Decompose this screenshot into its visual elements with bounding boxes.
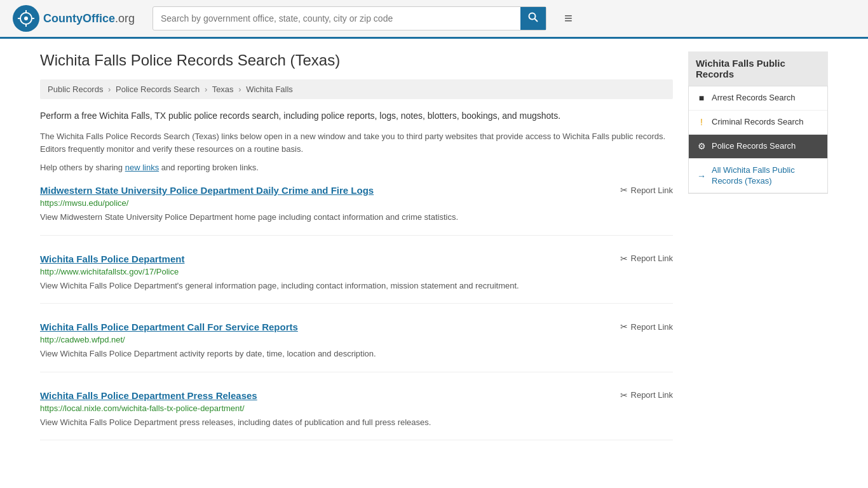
logo-name: CountyOffice [43, 12, 115, 25]
arrow-icon: → [696, 171, 707, 181]
report-icon: ✂ [620, 254, 628, 264]
result-desc: View Wichita Falls Police Department act… [40, 348, 673, 360]
sidebar-nav: ■ Arrest Records Search ! Criminal Recor… [688, 86, 828, 194]
breadcrumb-wichita-falls[interactable]: Wichita Falls [246, 85, 293, 94]
result-url: https://local.nixle.com/wichita-falls-tx… [40, 403, 673, 413]
result-header: Wichita Falls Police Department Call For… [40, 322, 673, 332]
content-area: Wichita Falls Police Records Search (Tex… [40, 51, 673, 458]
search-button[interactable] [520, 7, 546, 30]
sidebar: Wichita Falls Public Records ■ Arrest Re… [688, 51, 828, 458]
exclamation-icon: ! [696, 117, 707, 127]
report-link-button[interactable]: ✂ Report Link [620, 254, 673, 264]
result-header: Midwestern State University Police Depar… [40, 185, 673, 196]
svg-point-2 [24, 17, 28, 20]
new-links[interactable]: new links [125, 163, 159, 172]
result-header: Wichita Falls Police Department Press Re… [40, 390, 673, 401]
logo-icon [13, 5, 39, 32]
svg-point-7 [529, 13, 536, 20]
result-desc: View Midwestern State University Police … [40, 211, 673, 224]
search-icon [528, 12, 538, 22]
sidebar-item-police-records[interactable]: ⚙ Police Records Search [689, 135, 827, 159]
result-header: Wichita Falls Police Department ✂ Report… [40, 254, 673, 264]
result-title[interactable]: Wichita Falls Police Department Call For… [40, 322, 298, 332]
breadcrumb-public-records[interactable]: Public Records [48, 85, 103, 94]
sidebar-item-label: Police Records Search [712, 141, 820, 152]
report-label: Report Link [631, 390, 673, 400]
help-text: Help others by sharing new links and rep… [40, 163, 673, 172]
report-label: Report Link [631, 186, 673, 195]
result-url: http://www.wichitafallstx.gov/17/Police [40, 267, 673, 276]
sidebar-title: Wichita Falls Public Records [688, 51, 828, 86]
result-item: Midwestern State University Police Depar… [40, 185, 673, 236]
breadcrumb-texas[interactable]: Texas [212, 85, 234, 94]
logo-area[interactable]: CountyOffice.org [13, 5, 140, 32]
sidebar-item-all-records[interactable]: → All Wichita Falls Public Records (Texa… [689, 159, 827, 194]
description-2: The Wichita Falls Police Records Search … [40, 130, 673, 155]
breadcrumb: Public Records › Police Records Search ›… [40, 79, 673, 99]
result-title[interactable]: Wichita Falls Police Department [40, 254, 184, 264]
result-desc: View Wichita Falls Police Department pre… [40, 416, 673, 429]
report-link-button[interactable]: ✂ Report Link [620, 185, 673, 195]
square-icon: ■ [696, 93, 707, 103]
search-input[interactable] [153, 8, 520, 29]
report-icon: ✂ [620, 185, 628, 195]
result-item: Wichita Falls Police Department ✂ Report… [40, 254, 673, 304]
gear-icon: ⚙ [696, 141, 707, 151]
sidebar-item-criminal-records[interactable]: ! Criminal Records Search [689, 111, 827, 135]
sidebar-item-arrest-records[interactable]: ■ Arrest Records Search [689, 86, 827, 111]
result-item: Wichita Falls Police Department Press Re… [40, 390, 673, 441]
result-item: Wichita Falls Police Department Call For… [40, 322, 673, 372]
report-icon: ✂ [620, 390, 628, 400]
sidebar-item-label: All Wichita Falls Public Records (Texas) [712, 165, 820, 187]
report-link-button[interactable]: ✂ Report Link [620, 390, 673, 400]
logo-text: CountyOffice.org [43, 12, 135, 25]
main-container: Wichita Falls Police Records Search (Tex… [27, 39, 841, 471]
report-label: Report Link [631, 322, 673, 332]
result-desc: View Wichita Falls Police Department's g… [40, 280, 673, 292]
result-title[interactable]: Midwestern State University Police Depar… [40, 185, 374, 196]
result-url: http://cadweb.wfpd.net/ [40, 335, 673, 344]
breadcrumb-police-records[interactable]: Police Records Search [116, 85, 200, 94]
sidebar-item-label: Arrest Records Search [712, 93, 820, 104]
page-title: Wichita Falls Police Records Search (Tex… [40, 51, 673, 69]
report-icon: ✂ [620, 322, 628, 332]
sidebar-item-label: Criminal Records Search [712, 117, 820, 128]
search-bar[interactable] [153, 6, 546, 30]
report-link-button[interactable]: ✂ Report Link [620, 322, 673, 332]
result-title[interactable]: Wichita Falls Police Department Press Re… [40, 390, 257, 401]
site-header: CountyOffice.org ≡ [0, 0, 868, 39]
menu-button[interactable]: ≡ [564, 10, 573, 27]
result-url: https://mwsu.edu/police/ [40, 198, 673, 208]
description-1: Perform a free Wichita Falls, TX public … [40, 109, 673, 123]
logo-svg [17, 10, 35, 27]
report-label: Report Link [631, 254, 673, 263]
logo-suffix: .org [115, 12, 135, 25]
svg-line-8 [535, 19, 538, 22]
